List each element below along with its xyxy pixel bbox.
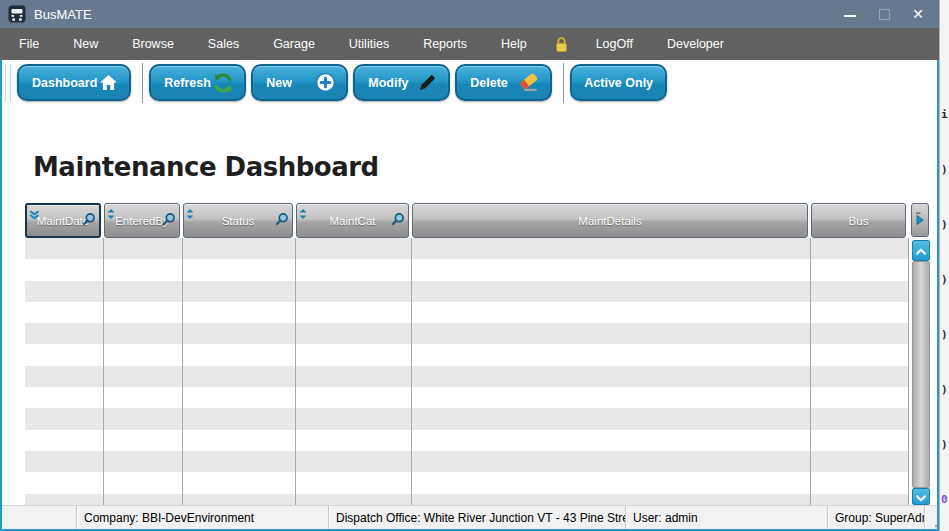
sliver-glyph: 0 <box>941 493 948 506</box>
refresh-icon <box>212 72 234 94</box>
maximize-button[interactable] <box>867 0 901 28</box>
column-header-label: Bus <box>849 215 869 227</box>
button-label: Active Only <box>584 76 653 90</box>
table-row[interactable] <box>25 281 909 302</box>
refresh-button[interactable]: Refresh <box>149 64 246 101</box>
filter-magnifier-icon[interactable] <box>391 212 405 230</box>
menu-item-developer[interactable]: Developer <box>650 28 741 60</box>
filter-magnifier-icon[interactable] <box>275 212 289 230</box>
column-divider <box>908 238 909 505</box>
window-title: BusMATE <box>34 7 92 22</box>
column-header-status[interactable]: Status <box>183 203 293 238</box>
pencil-icon <box>416 72 438 94</box>
menu-item-new[interactable]: New <box>56 28 115 60</box>
minimize-button[interactable] <box>833 0 867 28</box>
button-label: Dashboard <box>32 76 97 90</box>
grid-body <box>25 238 909 505</box>
table-row[interactable] <box>25 323 909 344</box>
grid-header-row: MaintDateEnteredByStatusMaintCatMaintDet… <box>25 203 909 238</box>
toolbar: DashboardRefreshNewModifyDeleteActive On… <box>0 60 937 105</box>
sort-both-icon[interactable] <box>186 205 194 223</box>
table-row[interactable] <box>25 302 909 323</box>
titlebar[interactable]: BusMATE ✕ <box>0 0 949 28</box>
sliver-glyph: ) <box>941 328 948 341</box>
menu-item-help[interactable]: Help <box>484 28 544 60</box>
sort-down-icon[interactable] <box>29 206 40 224</box>
table-row[interactable] <box>25 259 909 280</box>
table-row[interactable] <box>25 366 909 387</box>
table-row[interactable] <box>25 408 909 429</box>
button-label: Modify <box>368 76 408 90</box>
column-header-bus[interactable]: Bus <box>811 203 906 238</box>
status-dispatch-office: Dispatch Office: White River Junction VT… <box>329 506 626 530</box>
column-divider <box>810 238 811 505</box>
status-company: Company: BBI-DevEnvironment <box>77 506 329 530</box>
new-button[interactable]: New <box>251 64 348 101</box>
status-spacer <box>0 506 77 530</box>
sliver-glyph: i <box>941 108 948 121</box>
background-window-sliver: i))))))0 <box>939 0 949 531</box>
toolbar-separator <box>563 63 564 103</box>
table-row[interactable] <box>25 430 909 451</box>
menu-item-logoff[interactable]: LogOff <box>579 28 650 60</box>
sort-both-icon[interactable] <box>107 205 115 223</box>
sliver-glyph: ) <box>941 383 948 396</box>
modify-button[interactable]: Modify <box>353 64 450 101</box>
menu-item-sales[interactable]: Sales <box>191 28 256 60</box>
menu-bar: FileNewBrowseSalesGarageUtilitiesReports… <box>0 28 949 60</box>
close-button[interactable]: ✕ <box>901 0 935 28</box>
dashboard-button[interactable]: Dashboard <box>17 64 131 101</box>
scrollbar-track[interactable] <box>912 261 930 488</box>
menu-item-reports[interactable]: Reports <box>406 28 484 60</box>
sliver-glyph: ) <box>941 163 948 176</box>
menu-item-browse[interactable]: Browse <box>115 28 191 60</box>
column-header-maintcat[interactable]: MaintCat <box>296 203 409 238</box>
home-icon <box>97 72 119 94</box>
play-icon <box>915 211 925 229</box>
menu-item-garage[interactable]: Garage <box>256 28 332 60</box>
column-header-enteredby[interactable]: EnteredBy <box>104 203 180 238</box>
maintenance-grid: MaintDateEnteredByStatusMaintCatMaintDet… <box>25 203 930 505</box>
menu-item-file[interactable]: File <box>2 28 56 60</box>
grid-corner-expand-button[interactable] <box>911 203 929 237</box>
column-header-maintdate[interactable]: MaintDate <box>25 203 101 238</box>
page-title: Maintenance Dashboard <box>33 152 379 182</box>
sliver-glyph: ) <box>941 273 948 286</box>
chevron-down-icon <box>915 488 927 506</box>
button-label: Refresh <box>164 76 211 90</box>
table-row[interactable] <box>25 387 909 408</box>
lock-icon <box>544 28 579 60</box>
status-group: Group: SuperAdmin <box>828 506 925 530</box>
sort-both-icon[interactable] <box>299 205 307 223</box>
status-user: User: admin <box>626 506 828 530</box>
column-header-maintdetails[interactable]: MaintDetails <box>412 203 808 238</box>
table-row[interactable] <box>25 344 909 365</box>
filter-magnifier-icon[interactable] <box>162 212 176 230</box>
table-row[interactable] <box>25 238 909 259</box>
bus-app-icon <box>8 5 26 23</box>
table-row[interactable] <box>25 472 909 493</box>
sliver-glyph: ) <box>941 218 948 231</box>
column-divider <box>182 238 183 505</box>
active-only-button[interactable]: Active Only <box>570 64 667 101</box>
app-window: BusMATE ✕ FileNewBrowseSalesGarageUtilit… <box>0 0 949 531</box>
menu-item-utilities[interactable]: Utilities <box>332 28 406 60</box>
column-header-label: MaintDetails <box>578 215 641 227</box>
plus-icon <box>314 72 336 94</box>
filter-magnifier-icon[interactable] <box>82 212 96 230</box>
column-header-label: EnteredBy <box>115 215 169 227</box>
table-row[interactable] <box>25 494 909 505</box>
status-bar: Company: BBI-DevEnvironmentDispatch Offi… <box>0 505 939 529</box>
delete-button[interactable]: Delete <box>455 64 552 101</box>
scroll-down-button[interactable] <box>912 488 930 505</box>
button-label: New <box>266 76 292 90</box>
sliver-glyph: ) <box>941 438 948 451</box>
scroll-up-button[interactable] <box>912 240 930 261</box>
chevron-up-icon <box>915 242 927 260</box>
column-divider <box>103 238 104 505</box>
column-header-label: MaintCat <box>329 215 375 227</box>
toolbar-grip[interactable] <box>5 64 11 102</box>
table-row[interactable] <box>25 451 909 472</box>
eraser-icon <box>518 72 540 94</box>
window-border-left <box>0 60 2 529</box>
